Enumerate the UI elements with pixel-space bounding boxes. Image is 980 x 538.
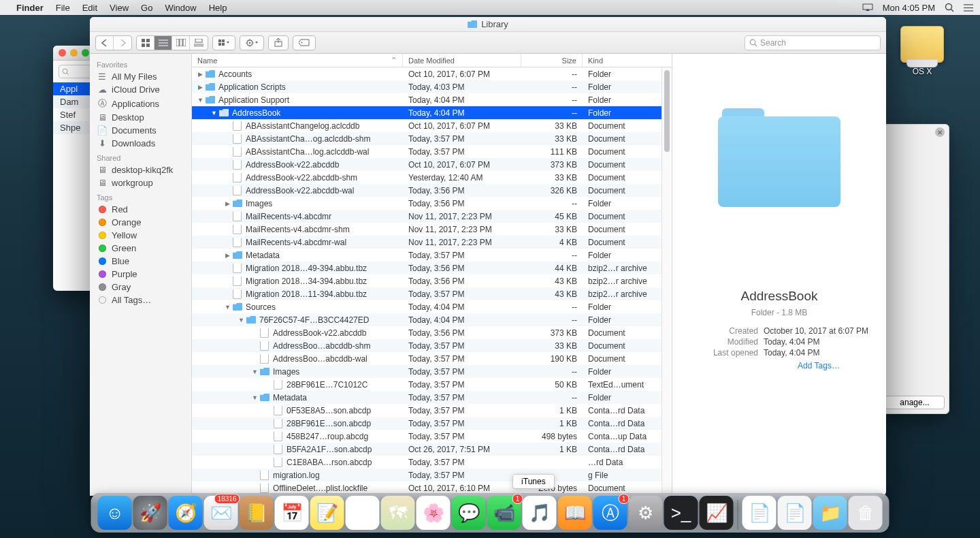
dock-appstore[interactable]: Ⓐ1	[593, 496, 627, 530]
sidebar-tag[interactable]: Orange	[90, 216, 191, 229]
file-row[interactable]: ▶ImagesToday, 3:56 PM--Folder	[192, 197, 662, 210]
menu-go[interactable]: Go	[141, 3, 152, 13]
file-row[interactable]: AddressBoo…abcddb-walToday, 3:57 PM190 K…	[192, 352, 662, 365]
storage-popup[interactable]: ✕ anage...	[880, 124, 949, 414]
airplay-icon[interactable]	[862, 3, 873, 12]
disclosure-triangle[interactable]: ▼	[238, 317, 244, 323]
disclosure-triangle[interactable]: ▶	[197, 71, 203, 78]
menu-extras-icon[interactable]	[964, 4, 973, 12]
column-view[interactable]	[172, 36, 190, 50]
file-row[interactable]: Migration 2018…11-394.abbu.tbzToday, 3:5…	[192, 287, 662, 300]
sidebar-tag[interactable]: Purple	[90, 268, 191, 281]
dock-safari[interactable]: 🧭	[169, 496, 203, 530]
dock-terminal[interactable]: >_	[664, 496, 698, 530]
disclosure-triangle[interactable]: ▶	[197, 84, 203, 91]
file-row[interactable]: ▼76F26C57-4F…B3CC4427EDToday, 4:04 PM--F…	[192, 313, 662, 326]
title-bar[interactable]: Library	[90, 17, 886, 32]
sidebar-item[interactable]: ☁iCloud Drive	[90, 83, 191, 96]
close-button[interactable]	[95, 20, 103, 29]
action-button[interactable]	[240, 35, 264, 50]
manage-button[interactable]: anage...	[885, 396, 945, 409]
file-row[interactable]: 0F53E8A5…son.abcdpToday, 3:57 PM1 KBCont…	[192, 404, 662, 417]
desktop-drive[interactable]: OS X	[892, 26, 953, 76]
file-row[interactable]: migration.logToday, 3:57 PM g File	[192, 469, 662, 481]
file-row[interactable]: MailRecents-v4.abcdmr-walNov 11, 2017, 2…	[192, 236, 662, 249]
file-row[interactable]: 28BF961E…7C1012CToday, 3:57 PM50 KBTextE…	[192, 378, 662, 391]
file-row[interactable]: 458B247…roup.abcdgToday, 3:57 PM498 byte…	[192, 430, 662, 443]
forward-button[interactable]	[114, 36, 131, 50]
sidebar-tag[interactable]: Gray	[90, 281, 191, 294]
file-row[interactable]: AddressBook-v22.abcddb-walToday, 3:56 PM…	[192, 184, 662, 197]
disclosure-triangle[interactable]: ▼	[211, 110, 217, 116]
dock-mail[interactable]: ✉️18316	[204, 496, 238, 530]
disclosure-triangle[interactable]: ▼	[197, 97, 203, 104]
sidebar-tag[interactable]: Yellow	[90, 229, 191, 242]
back-button[interactable]	[96, 36, 114, 50]
dock-itunes[interactable]: 🎵	[523, 496, 557, 530]
col-size[interactable]: Size	[521, 54, 583, 67]
file-row[interactable]: MailRecents-v4.abcdmrNov 11, 2017, 2:23 …	[192, 210, 662, 223]
file-row[interactable]: 28BF961E…son.abcdpToday, 3:57 PM1 KBCont…	[192, 417, 662, 430]
file-row[interactable]: ▼AddressBookToday, 4:04 PM--Folder	[192, 106, 662, 119]
file-row[interactable]: ▼SourcesToday, 4:04 PM--Folder	[192, 300, 662, 313]
sidebar-item[interactable]: ⒶApplications	[90, 96, 191, 111]
scroll-thumb[interactable]	[664, 70, 670, 152]
col-date[interactable]: Date Modified	[403, 54, 521, 67]
file-row[interactable]: ABAssistantCha…og.aclcddb-shmToday, 3:57…	[192, 132, 662, 145]
clock[interactable]: Mon 4:05 PM	[883, 3, 935, 13]
disclosure-triangle[interactable]: ▶	[225, 200, 231, 207]
sidebar-item[interactable]: 🖥Desktop	[90, 111, 191, 124]
tags-button[interactable]	[293, 35, 316, 50]
app-name[interactable]: Finder	[16, 3, 44, 13]
menu-edit[interactable]: Edit	[82, 3, 97, 13]
dock-notes[interactable]: 📝	[310, 496, 344, 530]
dock-trash[interactable]: 🗑	[849, 496, 883, 530]
file-row[interactable]: AddressBook-v22.abcddbOct 10, 2017, 6:07…	[192, 158, 662, 171]
file-row[interactable]: Migration 2018…49-394.abbu.tbzToday, 3:5…	[192, 262, 662, 274]
file-row[interactable]: ▼Application SupportToday, 4:04 PM--Fold…	[192, 93, 662, 106]
dock-calendar[interactable]: 📅	[275, 496, 309, 530]
sidebar-tag[interactable]: Red	[90, 203, 191, 216]
file-row[interactable]: ABAssistantChangelog.aclcddbOct 10, 2017…	[192, 119, 662, 132]
dock-activity[interactable]: 📈	[700, 496, 734, 530]
disclosure-triangle[interactable]: ▶	[225, 252, 231, 259]
dock-ibooks[interactable]: 📖	[558, 496, 592, 530]
dock-photos[interactable]: 🌸	[416, 496, 451, 530]
icon-view[interactable]	[137, 36, 154, 50]
col-kind[interactable]: Kind	[583, 54, 672, 67]
disclosure-triangle[interactable]: ▼	[225, 304, 231, 311]
zoom-button[interactable]	[121, 20, 129, 29]
minimize-button[interactable]	[108, 20, 116, 29]
file-row[interactable]: B5FA2A1F…son.abcdpOct 26, 2017, 7:51 PM1…	[192, 443, 662, 456]
arrange-button[interactable]	[212, 35, 235, 50]
sidebar-item[interactable]: 📄Documents	[90, 124, 191, 137]
list-view[interactable]	[154, 36, 172, 50]
file-row[interactable]: ▼MetadataToday, 3:57 PM--Folder	[192, 391, 662, 404]
sidebar-item[interactable]: 🖥workgroup	[90, 176, 191, 189]
dock-doc1[interactable]: 📄	[742, 496, 777, 530]
sidebar-item[interactable]: 🖥desktop-kikq2fk	[90, 163, 191, 176]
spotlight-icon[interactable]	[945, 3, 954, 12]
coverflow-view[interactable]	[190, 36, 208, 50]
add-tags-link[interactable]: Add Tags…	[798, 361, 840, 370]
col-name[interactable]: Name⌃	[192, 54, 403, 67]
file-row[interactable]: ▶MetadataToday, 3:57 PM--Folder	[192, 249, 662, 262]
sidebar-tag[interactable]: All Tags…	[90, 294, 191, 306]
file-row[interactable]: AddressBoo…abcddb-shmToday, 3:57 PM33 KB…	[192, 339, 662, 352]
sidebar-tag[interactable]: Green	[90, 242, 191, 255]
dock-contacts[interactable]: 📒	[240, 496, 274, 530]
file-row[interactable]: ▼ImagesToday, 3:57 PM--Folder	[192, 365, 662, 378]
dock-reminders[interactable]: ☑	[346, 496, 380, 530]
dock-sysprefs[interactable]: ⚙	[629, 496, 663, 530]
dock-doc2[interactable]: 📄	[778, 496, 812, 530]
file-row[interactable]: C1E8ABA…rson.abcdpToday, 3:57 PM …rd Dat…	[192, 456, 662, 469]
dock-launchpad[interactable]: 🚀	[133, 496, 167, 530]
dock-maps[interactable]: 🗺	[381, 496, 415, 530]
popup-close-icon[interactable]: ✕	[935, 127, 945, 137]
search-field[interactable]: Search	[745, 35, 881, 50]
share-button[interactable]	[268, 35, 289, 50]
file-row[interactable]: AddressBook-v22.abcddb-shmYesterday, 12:…	[192, 171, 662, 184]
sidebar-tag[interactable]: Blue	[90, 255, 191, 268]
dock-folder[interactable]: 📁	[813, 496, 847, 530]
menu-view[interactable]: View	[110, 3, 129, 13]
